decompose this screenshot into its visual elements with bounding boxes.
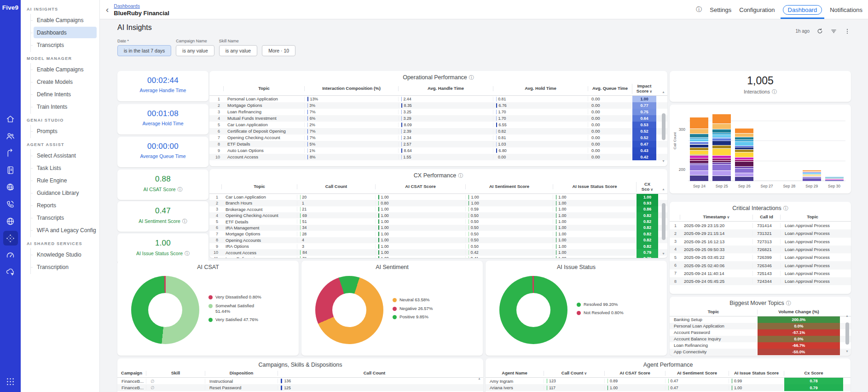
bar-segment (735, 128, 753, 133)
breadcrumb[interactable]: Dashboards (114, 3, 169, 9)
impact-score-cell: 0.43 (632, 147, 656, 154)
workflows-icon[interactable] (5, 147, 16, 158)
bar-cell: 2.34 (398, 135, 493, 140)
bar-value: 1.00 (381, 225, 389, 230)
filter-chip[interactable]: is any value (176, 45, 214, 56)
top-nav-dashboard[interactable]: Dashboard (783, 5, 822, 15)
filter-chip[interactable]: is in the last 7 days (117, 45, 171, 56)
sidebar-item-rule-engine[interactable]: Rule Engine (34, 175, 97, 186)
info-icon[interactable]: ⓘ (182, 218, 187, 224)
stacked-bar[interactable] (690, 117, 708, 181)
sidebar-item-train-intents[interactable]: Train Intents (34, 101, 97, 112)
sidebar-item-wfa-and-legacy-config[interactable]: WFA and Legacy Config (34, 224, 97, 236)
stacked-bar[interactable] (735, 128, 753, 181)
bar-value: 1.00 (558, 256, 566, 258)
info-icon[interactable]: ⓘ (458, 173, 463, 178)
sidebar-item-guidance-library[interactable]: Guidance Library (34, 187, 97, 199)
sidebar-item-prompts[interactable]: Prompts (34, 125, 97, 137)
legend-item[interactable]: Somewhat Satisfied 51.44% (208, 303, 264, 315)
legend-item[interactable]: Very Satisfied 47.76% (208, 317, 264, 322)
web-services-icon[interactable] (5, 181, 16, 193)
info-icon[interactable]: ⓘ (772, 89, 777, 94)
x-tick-label: Sep 24 (688, 184, 711, 188)
cx-performance-card: CX Performanceⓘ TopicCall CountAI CSAT S… (209, 169, 667, 258)
donut-ring[interactable] (131, 276, 199, 344)
legend-item[interactable]: Negative 26.57% (393, 306, 448, 311)
bar-cell: 84 (297, 250, 375, 255)
filter-chip[interactable]: is any value (219, 45, 257, 56)
info-icon[interactable]: ⓘ (469, 75, 474, 80)
topic-cell: IRA Options (221, 244, 297, 249)
globe-icon[interactable] (5, 216, 16, 227)
engage-icon[interactable] (5, 267, 16, 278)
bar (556, 207, 556, 211)
info-icon[interactable]: ⓘ (783, 205, 788, 211)
bar-cell: 0.42 (465, 250, 553, 255)
navigation-icon[interactable] (3, 231, 18, 246)
contacts-icon[interactable] (5, 164, 16, 176)
legend-item[interactable]: Positive 9.85% (393, 314, 448, 320)
sidebar-item-enable-campaigns[interactable]: Enable Campaigns (34, 14, 97, 26)
users-icon[interactable] (5, 130, 16, 141)
top-nav-settings[interactable]: Settings (710, 6, 731, 13)
bar-cell: 3 (297, 244, 375, 249)
kebab-menu-icon[interactable] (844, 28, 851, 35)
vertical-scrollbar[interactable]: ▲▼ (845, 314, 850, 353)
back-chevron-icon[interactable]: ‹ (106, 5, 109, 14)
sidebar-item-reports[interactable]: Reports (34, 199, 97, 211)
info-icon[interactable]: ⓘ (786, 300, 791, 306)
donut-ring[interactable] (315, 276, 383, 344)
legend-item[interactable]: Neutral 63.58% (393, 297, 448, 303)
dashboards-icon[interactable] (5, 250, 16, 261)
bar-cell: 2.57 (398, 142, 493, 146)
bar-cell: 13% (304, 97, 398, 101)
donut-ring[interactable] (499, 276, 567, 344)
sidebar-item-enable-campaigns[interactable]: Enable Campaigns (34, 64, 97, 75)
column-header-volume-change-: Volume Change (%) (757, 310, 840, 315)
column-header-timestamp[interactable]: Timestamp∨ (680, 215, 752, 220)
bar-segment (712, 176, 731, 181)
column-header-call-count[interactable]: Call Count∨ (544, 371, 604, 376)
vertical-scrollbar[interactable]: ▲ (477, 377, 482, 392)
nav-section-title: MODEL MANAGER (21, 52, 99, 63)
bar-value: 1.00 (471, 201, 479, 205)
topic-cell: ETF Details (221, 219, 297, 224)
legend-item[interactable]: Resolved 99.20% (577, 302, 632, 307)
timestamp-cell: 2025-09-29 21:15:14 (680, 231, 752, 236)
vertical-scrollbar[interactable]: ▲▼ (661, 90, 666, 163)
sidebar-item-transcripts[interactable]: Transcripts (34, 39, 97, 51)
refresh-icon[interactable] (816, 28, 823, 35)
top-nav-configuration[interactable]: Configuration (739, 6, 775, 13)
info-icon[interactable]: ⓘ (185, 251, 190, 256)
bar-segment (803, 178, 821, 181)
sidebar-item-define-intents[interactable]: Define Intents (34, 88, 97, 100)
column-header-cx-sco[interactable]: CX Sco∨ (636, 182, 658, 192)
legend-item[interactable]: Not Resolved 0.80% (577, 310, 632, 316)
stacked-bar[interactable] (712, 114, 731, 181)
filter-chip[interactable]: More · 10 (262, 45, 295, 56)
sidebar-item-task-lists[interactable]: Task Lists (34, 162, 97, 174)
column-header-impact-score[interactable]: Impact Score∨ (632, 84, 656, 94)
sidebar-item-transcription[interactable]: Transcription (34, 261, 97, 273)
stacked-bar[interactable] (825, 176, 844, 181)
info-icon[interactable]: ⓘ (696, 6, 702, 14)
bar-cell: 6% (304, 116, 398, 121)
sidebar-item-knowledge-studio[interactable]: Knowledge Studio (34, 249, 97, 260)
legend-item[interactable]: Very Dissatisfied 0.80% (208, 294, 264, 300)
agent-name-cell: Amy Ingram (486, 379, 544, 384)
apps-grid-icon[interactable] (6, 377, 15, 388)
home-icon[interactable] (5, 113, 16, 124)
bar (469, 232, 469, 236)
stacked-bar[interactable] (803, 170, 821, 181)
sidebar-item-transcripts[interactable]: Transcripts (34, 212, 97, 223)
sidebar-item-select-assistant[interactable]: Select Assistant (34, 150, 97, 161)
top-nav-notifications[interactable]: Notifications (830, 6, 862, 13)
legend-dot (393, 298, 397, 302)
filter-icon[interactable] (830, 28, 837, 35)
donut-card-ai-issue-status: AI Issue StatusResolved 99.20%Not Resolv… (486, 261, 667, 356)
info-icon[interactable]: ⓘ (178, 187, 183, 192)
sidebar-item-create-models[interactable]: Create Models (34, 76, 97, 88)
calls-icon[interactable] (5, 199, 16, 210)
sidebar-item-dashboards[interactable]: Dashboards (34, 27, 97, 38)
vertical-scrollbar[interactable]: ▲▼ (661, 187, 666, 255)
